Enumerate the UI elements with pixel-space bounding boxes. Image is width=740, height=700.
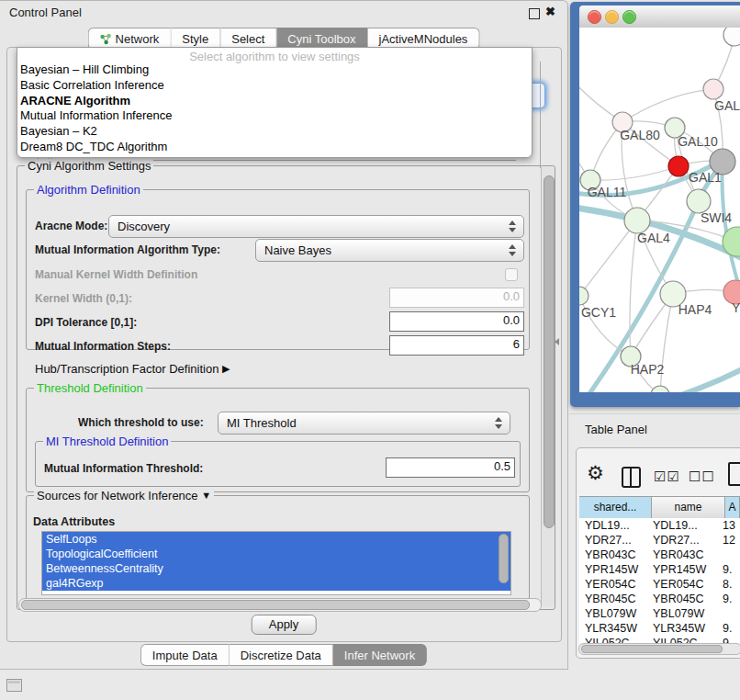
select-all-checkboxes-icon[interactable]: ☑☑ [654,469,680,485]
table-row[interactable]: YDR27...YDR27...12 [579,533,740,548]
node-bottom-partial[interactable] [651,386,669,392]
aracne-mode-combobox[interactable]: Discovery [108,215,524,238]
scrollbar-thumb[interactable] [544,175,555,528]
table-cell[interactable]: 9. [723,562,740,577]
apply-button[interactable]: Apply [252,615,317,635]
column-selector-icon[interactable] [622,467,641,488]
which-threshold-combobox[interactable]: MI Threshold [218,412,510,435]
table-cell[interactable]: 9. [723,592,740,606]
table-cell[interactable]: YER054C [579,577,651,592]
mac-minimize-icon[interactable] [605,10,619,24]
table-row[interactable]: YBL079WYBL079W [579,606,740,621]
network-window-titlebar[interactable] [579,6,740,28]
algorithm-option[interactable]: ARACNE Algorithm [17,94,532,109]
table-cell[interactable] [723,606,740,621]
mi-threshold-input[interactable]: 0.5 [386,457,515,478]
column-header-name[interactable]: name [652,497,725,518]
table-cell[interactable] [723,548,740,562]
table-cell[interactable]: YDL19... [579,518,651,533]
mi-type-combobox[interactable]: Naive Bayes [255,239,524,262]
table-row[interactable]: YBR043CYBR043C [579,548,740,562]
table-cell[interactable]: YBL079W [579,606,651,621]
table-cell[interactable]: YPR145W [579,562,651,577]
gear-icon[interactable]: ⚙ [587,462,604,484]
attribute-list-item[interactable]: gal4RGexp [42,576,510,591]
algorithm-option[interactable]: Dream8 DC_TDC Algorithm [17,140,532,155]
node-gcy1[interactable] [579,287,589,305]
data-attributes-list[interactable]: SelfLoopsTopologicalCoefficientBetweenne… [41,531,511,595]
scrollbar-thumb[interactable] [21,600,530,610]
network-canvas[interactable]: GALGAL80GAL10GAL1GAL11GAL4SWI4GCY1HAP4YH… [579,28,740,392]
algorithm-option[interactable]: Bayesian – Hill Climbing [17,62,532,78]
float-panel-icon[interactable] [529,8,540,19]
deselect-all-checkboxes-icon[interactable]: ☐☐ [689,469,715,485]
hub-factor-expander[interactable]: Hub/Transcription Factor Definition ▶ [35,362,230,376]
table-row[interactable]: YER054CYER054C8. [579,577,740,592]
table-row[interactable]: YBR045CYBR045C9. [579,592,740,606]
tab-infer-network[interactable]: Infer Network [333,644,427,666]
table-cell[interactable]: YBR045C [579,592,651,606]
mac-close-icon[interactable] [588,10,601,24]
table-cell[interactable]: 8. [723,577,740,592]
table-cell[interactable]: 9. [723,621,740,636]
attribute-list-item[interactable]: TopologicalCoefficient [42,547,510,561]
export-table-icon[interactable] [728,462,740,486]
table-cell[interactable]: YDR27... [651,533,723,548]
tab-discretize-data[interactable]: Discretize Data [230,644,333,666]
table-cell[interactable]: YBR043C [651,548,723,562]
table-body[interactable]: YDL19...YDL19...13YDR27...YDR27...12YBR0… [579,518,740,643]
table-horizontal-scrollbar[interactable] [578,643,740,655]
table-cell[interactable]: YDR27... [579,533,651,548]
dock-panel-icon[interactable] [6,679,22,692]
table-row[interactable]: YDL19...YDL19...13 [579,518,740,533]
tab-label: Infer Network [344,649,415,662]
settings-horizontal-scrollbar[interactable] [18,598,542,612]
table-cell[interactable]: YBR045C [651,592,723,606]
table-row[interactable]: YPR145WYPR145W9. [579,562,740,577]
table-cell[interactable]: YBR043C [579,548,651,562]
table-cell[interactable]: YLR345W [579,621,651,636]
table-cell[interactable]: YPR145W [651,562,723,577]
dpi-tolerance-input[interactable]: 0.0 [389,311,524,332]
table-cell[interactable]: 9. [723,636,740,643]
scrollbar-thumb[interactable] [581,645,723,653]
network-edge[interactable] [579,220,637,296]
column-header-partial[interactable]: A [725,497,740,518]
attribute-list-item[interactable]: SelfLoops [42,532,510,547]
table-cell[interactable]: YLR345W [651,621,723,636]
settings-vertical-scrollbar[interactable] [541,167,555,606]
tab-impute-data[interactable]: Impute Data [140,644,230,666]
close-icon[interactable]: ✖ [545,5,555,18]
table-row[interactable]: YLR345WYLR345W9. [579,621,740,636]
aracne-mode-value: Discovery [118,220,170,233]
manual-kernel-checkbox[interactable] [505,268,518,281]
sources-group-title[interactable]: Sources for Network Inference ▼ [34,489,214,502]
popup-placeholder: Select algorithm to view settings [17,48,532,62]
table-cell[interactable]: 12 [723,533,740,548]
attribute-list-item[interactable]: BetweennessCentrality [42,561,510,576]
combo-arrows-icon [495,416,503,430]
column-header-shared-name[interactable]: shared... [579,497,652,518]
list-scrollbar[interactable] [499,534,509,583]
mi-steps-input[interactable]: 6 [389,335,524,356]
table-cell[interactable]: YIL052C [579,636,651,643]
algorithm-option[interactable]: Mutual Information Inference [17,108,532,124]
table-cell[interactable]: 13 [723,518,740,533]
node-gal4[interactable] [624,208,650,233]
table-cell[interactable]: YDL19... [651,518,723,533]
node-red[interactable] [668,156,689,176]
table-cell[interactable]: YER054C [651,577,723,592]
network-edge[interactable] [630,220,637,356]
algorithm-option[interactable]: Bayesian – K2 [17,124,532,140]
table-cell[interactable]: YIL052C [651,636,723,643]
network-edge[interactable] [622,89,713,122]
network-edge[interactable] [590,166,678,180]
table-cell[interactable]: YBL079W [651,606,723,621]
table-row[interactable]: YIL052CYIL052C9. [579,636,740,643]
kernel-width-input[interactable]: 0.0 [389,288,524,308]
mac-zoom-icon[interactable] [622,10,636,24]
split-pane-collapse-arrow[interactable] [555,338,559,345]
node-pink-right[interactable] [703,79,723,99]
algorithm-option[interactable]: Basic Correlation Inference [17,78,532,94]
node-top-partial[interactable] [723,28,740,46]
